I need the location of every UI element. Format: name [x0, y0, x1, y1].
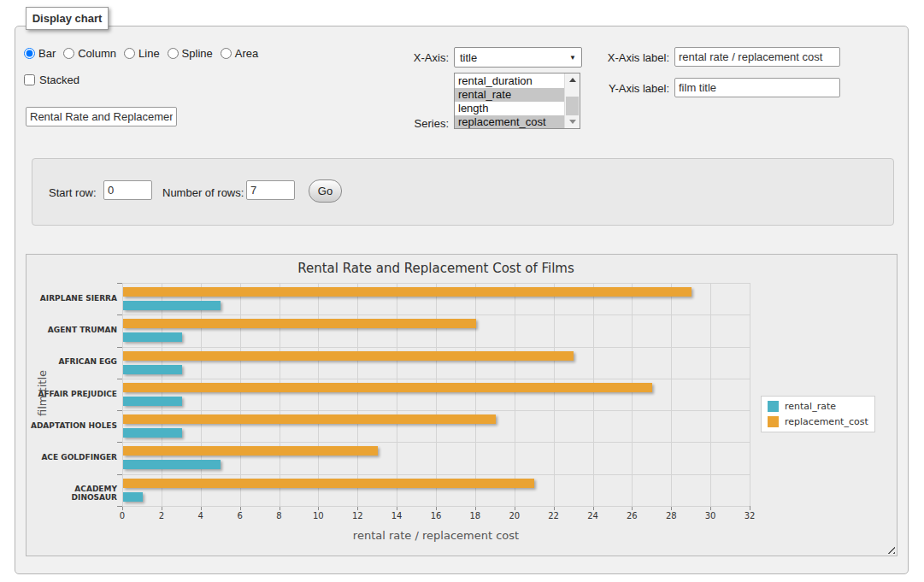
chart-legend: rental_ratereplacement_cost [761, 396, 875, 432]
series-scrollbar[interactable] [564, 73, 580, 128]
y-tick-mark [117, 379, 122, 379]
chart-type-radio-bar[interactable] [24, 48, 35, 59]
bar-replacement_cost-6 [123, 479, 534, 488]
chart-type-option-line[interactable]: Line [124, 47, 160, 60]
legend-item-replacement_cost[interactable]: replacement_cost [768, 416, 868, 427]
series-listbox: rental_durationrental_ratelengthreplacem… [454, 73, 580, 129]
chart-type-label: Spline [182, 47, 213, 60]
x-tick-label: 30 [695, 511, 726, 520]
y-gridline [122, 442, 750, 443]
bar-replacement_cost-3 [123, 383, 652, 392]
scrollbar-thumb[interactable] [566, 97, 579, 115]
x-tick-label: 6 [225, 511, 256, 520]
x-axis-field-label: X-Axis: [363, 51, 449, 64]
scroll-down-button[interactable] [565, 115, 580, 128]
bar-replacement_cost-0 [123, 287, 692, 297]
chevron-down-icon: ▼ [569, 54, 576, 62]
x-gridline [554, 283, 555, 506]
chart-type-option-column[interactable]: Column [63, 47, 116, 60]
chart-type-label: Column [78, 47, 116, 60]
y-axis-label-input[interactable] [674, 78, 840, 97]
legend-swatch-replacement_cost [768, 416, 779, 427]
number-of-rows-label: Number of rows: [162, 186, 244, 199]
y-tick-mark [117, 410, 122, 411]
y-category-label: AIRPLANE SIERRA [26, 294, 117, 303]
x-gridline [750, 283, 750, 506]
x-axis-label-field-label: X-Axis label: [580, 51, 669, 64]
chart-type-radio-column[interactable] [63, 48, 74, 59]
x-gridline [671, 283, 672, 506]
chart-container: Rental Rate and Replacement Cost of Film… [26, 254, 898, 556]
y-gridline [122, 283, 750, 284]
y-tick-mark [117, 315, 122, 315]
y-axis-title: film title [36, 308, 51, 479]
y-gridline [122, 347, 750, 348]
stacked-label: Stacked [39, 73, 79, 86]
series-option-rental_duration[interactable]: rental_duration [455, 74, 564, 88]
x-tick-label: 26 [616, 511, 647, 520]
chart-type-label: Bar [38, 47, 56, 60]
chart-type-option-area[interactable]: Area [221, 47, 258, 60]
y-tick-mark [117, 283, 122, 284]
x-axis-select[interactable]: title ▼ [454, 47, 582, 68]
y-tick-mark [117, 474, 122, 475]
y-gridline [122, 474, 750, 475]
start-row-label: Start row: [49, 186, 97, 199]
x-tick-label: 14 [381, 511, 412, 520]
x-gridline [122, 283, 123, 506]
bar-rental_rate-2 [123, 365, 182, 374]
y-axis-label-field-label: Y-Axis label: [580, 82, 669, 95]
y-gridline [122, 506, 750, 507]
x-tick-label: 24 [578, 511, 609, 520]
x-tick-label: 20 [499, 511, 530, 520]
y-category-label: ACADEMY DINOSAUR [26, 485, 117, 502]
x-axis-label-input[interactable] [674, 47, 840, 67]
chart-type-option-spline[interactable]: Spline [168, 47, 213, 60]
bar-replacement_cost-5 [123, 446, 378, 456]
x-gridline [515, 283, 515, 506]
x-gridline [318, 283, 319, 506]
x-gridline [162, 283, 162, 506]
x-tick-label: 0 [107, 511, 138, 520]
chart-type-option-bar[interactable]: Bar [24, 47, 56, 60]
resize-handle-icon[interactable] [885, 544, 895, 554]
x-axis-title: rental rate / replacement cost [122, 529, 750, 542]
x-gridline [632, 283, 633, 506]
stacked-option[interactable]: Stacked [24, 73, 79, 86]
legend-label: rental_rate [785, 401, 836, 412]
scroll-up-button[interactable] [565, 73, 580, 86]
y-gridline [122, 379, 750, 379]
x-gridline [436, 283, 437, 506]
bar-replacement_cost-1 [123, 319, 476, 328]
start-row-input[interactable] [103, 180, 152, 200]
legend-item-rental_rate[interactable]: rental_rate [768, 401, 868, 412]
x-tick-label: 8 [264, 511, 295, 520]
x-tick-label: 2 [146, 511, 177, 520]
bar-rental_rate-5 [123, 460, 221, 469]
y-gridline [122, 410, 750, 411]
bar-rental_rate-0 [123, 301, 221, 310]
chart-title: Rental Rate and Replacement Cost of Film… [122, 261, 750, 276]
stacked-checkbox[interactable] [24, 74, 35, 85]
chart-title-input[interactable] [26, 107, 177, 126]
x-axis-select-value: title [460, 51, 569, 64]
chart-type-radio-spline[interactable] [168, 48, 179, 59]
scroll-up-icon [569, 78, 576, 82]
legend-swatch-rental_rate [768, 401, 779, 412]
chart-type-radio-line[interactable] [124, 48, 135, 59]
go-button[interactable]: Go [309, 179, 342, 203]
series-option-replacement_cost[interactable]: replacement_cost [455, 115, 564, 128]
series-option-rental_rate[interactable]: rental_rate [455, 88, 564, 102]
x-tick-label: 22 [539, 511, 569, 520]
scroll-down-icon [569, 120, 576, 124]
y-tick-mark [117, 442, 122, 443]
series-options: rental_durationrental_ratelengthreplacem… [455, 73, 564, 128]
series-option-length[interactable]: length [455, 102, 564, 115]
y-tick-mark [117, 506, 122, 507]
page: Display chart BarColumnLineSplineArea St… [0, 0, 924, 582]
series-field-label: Series: [363, 117, 449, 130]
x-tick-label: 32 [734, 511, 765, 520]
x-gridline [475, 283, 476, 506]
chart-type-radio-area[interactable] [221, 48, 232, 59]
number-of-rows-input[interactable] [246, 180, 295, 200]
